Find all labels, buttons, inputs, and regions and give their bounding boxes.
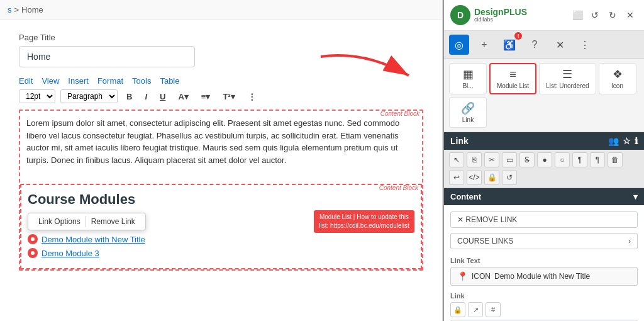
highlight-button[interactable]: ≡▾ [197, 91, 214, 103]
menu-insert[interactable]: Insert [68, 76, 89, 86]
menu-format[interactable]: Format [97, 76, 123, 86]
link-text-prefix: ICON [472, 272, 491, 281]
body-text: Lorem ipsum dolor sit amet, consectetur … [20, 111, 422, 177]
pin-icon: 📍 [457, 271, 468, 281]
tb-box[interactable]: ▭ [502, 152, 517, 167]
dp-tool-block-label: Bl... [462, 82, 473, 89]
dp-nav-accessibility[interactable]: ♿ ! [499, 35, 519, 55]
link-lock-icon[interactable]: 🔒 [450, 302, 465, 317]
dp-tool-icon[interactable]: ❖ Icon [599, 63, 636, 94]
dp-logo-design: DesignPLUS [474, 8, 527, 16]
breadcrumb-back[interactable]: s [8, 5, 12, 14]
breadcrumb-page: Home [21, 5, 43, 14]
tb-circle[interactable]: ● [537, 152, 552, 167]
dp-redo-button[interactable]: ↻ [605, 8, 620, 23]
dp-tool-list-label: List: Unordered [546, 82, 589, 89]
menu-view[interactable]: View [42, 76, 59, 86]
dp-tool-module-list-label: Module List [497, 82, 529, 89]
module-link-2-title: Demo Module 3 [42, 249, 99, 258]
dp-header-actions: ⬜ ↺ ↻ ✕ [570, 8, 638, 23]
editor-content: Page Title Edit View Insert Format Tools… [0, 20, 442, 321]
icon-tool-icon: ❖ [613, 67, 623, 81]
link-action-row: 🔒 ↗ # [450, 302, 638, 317]
dp-tools-grid: ▦ Bl... ≡ Module List ☰ List: Unordered … [449, 63, 639, 128]
link-open-icon[interactable]: ↗ [468, 302, 483, 317]
tb-code[interactable]: </> [467, 170, 482, 185]
more-button[interactable]: ⋮ [244, 91, 260, 103]
dp-content-chevron[interactable]: ▾ [633, 192, 638, 201]
italic-button[interactable]: I [141, 91, 151, 103]
tb-pilcrow[interactable]: ¶ [572, 152, 587, 167]
module-list-icon: ≡ [509, 68, 516, 81]
paragraph-select[interactable]: Paragraph [60, 89, 118, 103]
tb-refresh[interactable]: ↺ [502, 170, 517, 185]
dp-section-title: Link [450, 136, 469, 146]
dp-nav: ◎ + ♿ ! ? ✕ ⋮ [444, 31, 644, 59]
font-color-button[interactable]: A▾ [174, 91, 192, 103]
module-list-badge: Module List | How to update this list: h… [314, 210, 414, 233]
tb-lock[interactable]: 🔒 [484, 170, 499, 185]
tb-cut[interactable]: ✂ [484, 152, 499, 167]
block-icon: ▦ [463, 67, 474, 81]
link-text-field[interactable]: 📍 ICON Demo Module with New Title [450, 267, 638, 286]
dp-nav-tools[interactable]: ✕ [550, 35, 570, 55]
breadcrumb-separator: > [14, 5, 19, 14]
course-modules-title: Course Modules [28, 191, 414, 208]
page-title-input[interactable] [19, 46, 195, 67]
menu-edit[interactable]: Edit [19, 76, 33, 86]
link-options-option2[interactable]: Remove Link [86, 216, 140, 227]
dp-logo: D DesignPLUS cidilabs [450, 5, 527, 25]
course-modules-section: Content Block Course Modules Link Option… [20, 184, 422, 269]
tb-delete[interactable]: 🗑 [608, 152, 623, 167]
underline-button[interactable]: U [156, 91, 169, 103]
list-unordered-icon: ☰ [562, 67, 572, 81]
dp-share-icon[interactable]: 👥 [608, 136, 619, 146]
remove-link-button[interactable]: ✕ REMOVE LINK [450, 211, 638, 228]
design-plus-panel: D DesignPLUS cidilabs ⬜ ↺ ↻ ✕ ◎ + ♿ ! ? … [443, 0, 644, 321]
dp-undo-button[interactable]: ↺ [587, 8, 602, 23]
font-size-select[interactable]: 12pt [19, 89, 55, 103]
dp-section-header: Link 👥 ☆ ℹ [444, 132, 644, 150]
tb-cursor[interactable]: ↖ [449, 152, 464, 167]
dp-tool-link[interactable]: 🔗 Link [449, 97, 487, 128]
content-block-label2: Content Block [379, 184, 418, 191]
module-link-1[interactable]: Demo Module with New Title [28, 234, 414, 244]
tb-circle2[interactable]: ○ [555, 152, 570, 167]
superscript-button[interactable]: T²▾ [219, 91, 238, 103]
dp-nav-help[interactable]: ? [525, 35, 545, 55]
tb-pilcrow2[interactable]: ¶ [590, 152, 605, 167]
tb-copy[interactable]: ⎘ [467, 152, 482, 167]
format-bar: 12pt Paragraph B I U A▾ ≡▾ T²▾ ⋮ [19, 89, 423, 103]
module-link-2[interactable]: Demo Module 3 [28, 248, 414, 258]
dp-header: D DesignPLUS cidilabs ⬜ ↺ ↻ ✕ [444, 0, 644, 31]
dp-info-icon[interactable]: ℹ [635, 136, 638, 146]
link-options-option1[interactable]: Link Options [33, 216, 86, 227]
dp-close-button[interactable]: ✕ [623, 8, 638, 23]
menu-tools[interactable]: Tools [132, 76, 151, 86]
dp-content-body: ✕ REMOVE LINK COURSE LINKS › Link Text 📍… [444, 205, 644, 321]
content-area[interactable]: Content Block Lorem ipsum dolor sit amet… [19, 110, 423, 271]
dp-favorite-icon[interactable]: ☆ [623, 136, 631, 146]
module-link-1-title: Demo Module with New Title [42, 235, 145, 244]
dp-expand-button[interactable]: ⬜ [570, 8, 585, 23]
dp-tool-link-label: Link [462, 116, 474, 123]
menu-table[interactable]: Table [160, 76, 179, 86]
dp-nav-add[interactable]: + [474, 35, 494, 55]
dp-section-header-icons: 👥 ☆ ℹ [608, 136, 638, 146]
dp-nav-home[interactable]: ◎ [449, 35, 469, 55]
tb-undo[interactable]: ↩ [449, 170, 464, 185]
course-links-label: COURSE LINKS [457, 237, 513, 245]
link-options-popup[interactable]: Link Options Remove Link [28, 213, 146, 230]
dp-tool-block[interactable]: ▦ Bl... [449, 63, 487, 94]
dp-logo-text: DesignPLUS cidilabs [474, 8, 527, 23]
tb-strikethrough[interactable]: S̶ [519, 152, 535, 167]
dp-tool-module-list[interactable]: ≡ Module List [489, 63, 536, 94]
dp-nav-more[interactable]: ⋮ [575, 35, 595, 55]
dp-tool-list-unordered[interactable]: ☰ List: Unordered [539, 63, 596, 94]
link-tool-icon: 🔗 [461, 101, 475, 115]
content-block-label: Content Block [380, 110, 419, 117]
bold-button[interactable]: B [123, 91, 136, 103]
link-hash-icon[interactable]: # [486, 302, 501, 317]
dp-tools-row: ▦ Bl... ≡ Module List ☰ List: Unordered … [444, 59, 644, 132]
course-links-button[interactable]: COURSE LINKS › [450, 233, 638, 249]
